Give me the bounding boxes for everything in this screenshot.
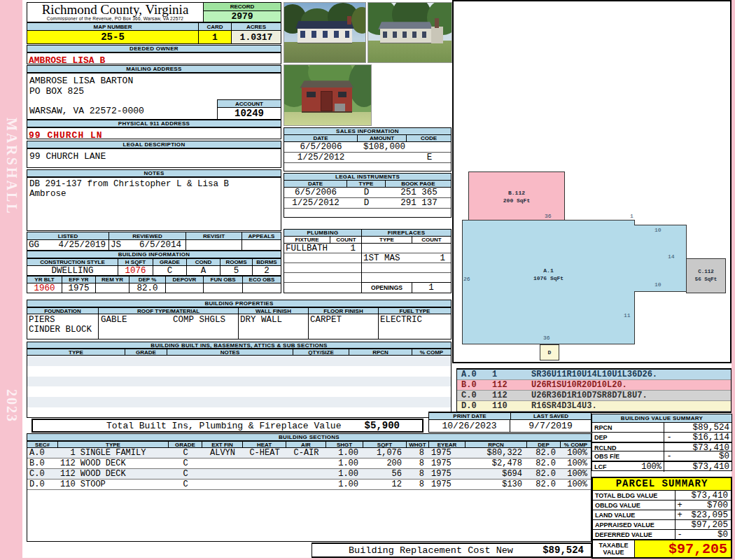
sales-date-label: DATE — [284, 135, 357, 142]
parcel-row-op: - — [676, 530, 684, 540]
section-cell: C-HEAT — [243, 448, 286, 458]
parcel-row-value: $97,205 — [684, 520, 731, 530]
section-cell: 1.00 — [326, 469, 363, 479]
property-photo-shed[interactable] — [284, 64, 372, 126]
vector-id: B.0 — [457, 380, 488, 390]
sketch-vector-row: C.0112U26R36D1R10D7SR8D7L8U7. — [457, 391, 731, 401]
building-sections-column-headers: SEC#TYPEGRADEEXT FINHEATAIRSHGTSQFTWHGTE… — [27, 441, 592, 448]
property-photo-front[interactable] — [284, 2, 366, 63]
notes-line1: DB 291-137 from Christopher L & Lisa B — [27, 178, 281, 189]
instrument-type: D — [347, 198, 386, 208]
parcel-row-value: $73,410 — [684, 491, 731, 500]
dep-label: DEP % — [129, 276, 165, 284]
vector-id: C.0 — [457, 391, 488, 400]
vector-path: U26R1SU10R20D10L20. — [527, 380, 731, 390]
section-cell: 8 — [407, 458, 429, 468]
legal-instruments: LEGAL INSTRUMENTS DATE TYPE BOOK PAGE 6/… — [284, 173, 451, 218]
building-properties-table: FOUNDATION ROOF TYPE/MATERIAL WALL FINIS… — [27, 307, 451, 340]
plumbing-fireplaces: PLUMBING FIXTURE COUNT FULLBATH 1 FIREPL… — [284, 229, 451, 293]
sales-row: 1/25/2012E — [284, 153, 451, 163]
section-cell — [286, 458, 326, 468]
parcel-row-value: $700 — [684, 500, 731, 510]
effyr-label: EFF YR — [62, 276, 95, 284]
instrument-row: 1/25/2012D291 137 — [284, 198, 451, 209]
taxable-label: TAXABLE VALUE — [593, 540, 635, 557]
acres-value: 1.0317 — [231, 31, 281, 44]
shed-door — [321, 91, 332, 111]
ecoobs-label: ECO OBS — [242, 276, 281, 284]
grade-label: GRADE — [153, 258, 186, 266]
rooms-label: ROOMS — [220, 258, 252, 266]
value-summary-label: RPCN — [592, 423, 664, 433]
building-properties-header: BUILDING PROPERTIES — [27, 300, 451, 307]
plumbing-header: PLUMBING — [284, 230, 361, 237]
section-cell — [286, 479, 326, 489]
depovr-label: DEPOVR — [165, 276, 203, 284]
record-label: RECORD — [204, 3, 281, 11]
value-summary-row: RPCN$89,524 — [592, 422, 732, 432]
section-cell: $2,478 — [465, 458, 527, 468]
listed-label: LISTED — [27, 232, 108, 240]
page-title: Richmond County, Virginia — [27, 3, 203, 16]
dim-right-lower: 11 — [624, 312, 631, 318]
sections-col-header: GRADE — [168, 441, 202, 448]
sales-amount-label: AMOUNT — [357, 135, 406, 142]
vector-path: SR36U11R10U14L10U1L36D26. — [527, 370, 731, 379]
fixture-count-value: 1 — [350, 244, 361, 253]
dim-ext-right: 14 — [668, 253, 675, 260]
chimney — [347, 16, 351, 24]
value-summary-op: - — [664, 451, 674, 461]
value-summary-op — [664, 423, 674, 433]
floor-finish-value: CARPET — [308, 314, 378, 340]
dim-bottom: 36 — [543, 335, 550, 341]
sale-amount: $108,000 — [358, 142, 407, 152]
deeded-owner-value: AMBROSE LISA B — [27, 52, 281, 64]
sketch-d-id: D — [548, 349, 552, 356]
effyr-value: 1975 — [62, 284, 95, 293]
vector-area-code: 110 — [488, 401, 527, 411]
table-row: A.0 1 SINGLE FAMILYCALVYNC-HEATC-AIR1.00… — [27, 448, 591, 458]
parcel-row-label: OBLDG VALUE — [593, 500, 676, 510]
mailing-line2: PO BOX 825 — [29, 86, 84, 97]
fireplace-type-value: 1ST MAS — [362, 253, 400, 262]
section-cell: D.0 — [27, 479, 58, 489]
vector-area-code: 1 — [488, 370, 527, 379]
section-cell: C — [169, 448, 202, 458]
mailing-address-header: MAILING ADDRESS — [27, 65, 281, 73]
sketch-c-sqft: 56 SqFt — [695, 276, 718, 284]
section-cell — [243, 458, 286, 468]
section-cell: 8 — [407, 469, 429, 479]
appeals-label: APPEALS — [241, 232, 281, 240]
vector-id: D.0 — [457, 401, 488, 411]
section-cell: $130 — [465, 479, 527, 489]
property-photo-side[interactable] — [368, 2, 452, 63]
replacement-cost-value: $89,524 — [542, 545, 591, 556]
legal-description-header: LEGAL DESCRIPTION — [27, 141, 281, 148]
fireplace-count-value: 1 — [440, 253, 451, 262]
fireplace-count-label: COUNT — [412, 237, 451, 243]
instrument-date: 6/5/2006 — [284, 188, 347, 197]
foundation-value-2: CINDER BLOCK — [29, 325, 92, 335]
bi-grade-label: GRADE — [125, 349, 167, 356]
hsqft-value: 1076 — [118, 266, 153, 276]
mailing-address-box: AMBROSE LISA BARTON PO BOX 825 WARSAW, V… — [27, 73, 281, 120]
section-cell: 112 WOOD DECK — [58, 469, 169, 479]
notes-box: DB 291-137 from Christopher L & Lisa B A… — [27, 177, 281, 231]
vector-area-code: 112 — [488, 391, 527, 400]
section-cell: 8 — [407, 448, 429, 458]
remyr-value — [95, 284, 129, 293]
yrblt-value: 1960 — [27, 284, 62, 293]
shed-window-right — [338, 92, 346, 98]
vector-id: A.0 — [457, 370, 488, 379]
building-value-summary-rows: RPCN$89,524DEP-$16,114RCLND$73,410OBS F/… — [592, 422, 732, 470]
funobs-value — [203, 284, 242, 293]
sketch-b-id: B.112 — [508, 189, 525, 197]
section-cell: 110 STOOP — [58, 479, 169, 489]
openings-label: OPENINGS — [362, 283, 412, 293]
section-cell — [286, 469, 326, 479]
hsqft-label: H SQFT — [118, 258, 153, 266]
bi-comp-label: % COMP — [412, 349, 451, 356]
sections-col-header: SHGT — [326, 441, 363, 448]
value-summary-label: DEP — [592, 433, 664, 442]
parcel-summary-rows: TOTAL BLDG VALUE$73,410OBLDG VALUE+$700L… — [593, 490, 731, 539]
